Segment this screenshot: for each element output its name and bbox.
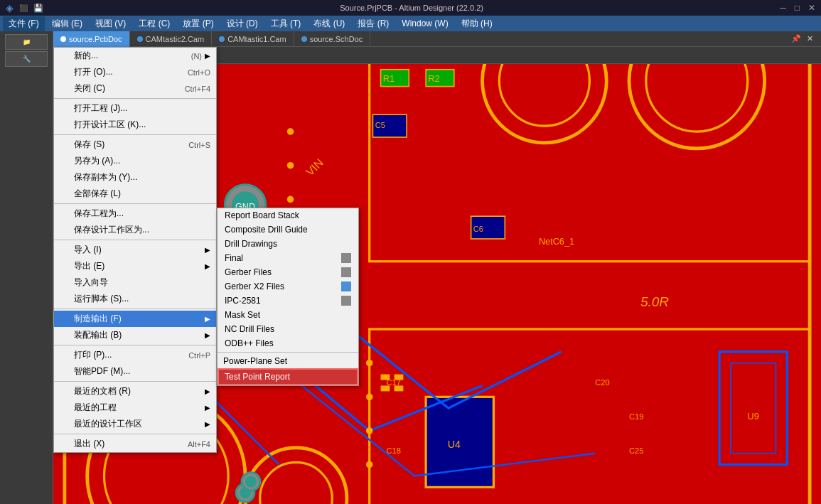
menu-item-edit[interactable]: 编辑 (E) — [46, 16, 88, 31]
sidebar-icon-1[interactable]: 📁 — [5, 34, 48, 50]
titlebar: ◈ ⬛ 💾 Source.PrjPCB - Altium Designer (2… — [0, 0, 821, 16]
arrow-import: ▶ — [205, 246, 210, 254]
tab-2[interactable]: CAMtastic1.Cam — [212, 31, 294, 47]
sidebar-icon-2[interactable]: 🔧 — [5, 51, 48, 67]
file-menu-item-print[interactable]: 打印 (P)...Ctrl+P — [54, 347, 216, 363]
mfg-item-mask-set[interactable]: Mask Set — [218, 308, 358, 322]
tab-pin[interactable]: 📌 — [789, 34, 803, 43]
file-menu-item-open-project[interactable]: 打开工程 (J)... — [54, 100, 216, 117]
svg-text:C6: C6 — [473, 225, 483, 233]
svg-point-65 — [366, 427, 373, 434]
svg-text:C19: C19 — [629, 412, 643, 421]
file-menu-item-close[interactable]: 关闭 (C)Ctrl+F4 — [54, 80, 216, 97]
mfg-item-odb-files[interactable]: ODB++ Files — [218, 336, 358, 350]
menu-separator — [54, 434, 216, 434]
menu-separator — [54, 381, 216, 382]
file-menu-dropdown[interactable]: 新的...(N)▶打开 (O)...Ctrl+O关闭 (C)Ctrl+F4打开工… — [53, 47, 217, 453]
window-title: Source.PrjPCB - Altium Designer (22.0.2) — [43, 4, 780, 12]
mfg-item-nc-drill[interactable]: NC Drill Files — [218, 322, 358, 336]
file-menu-item-save-copy[interactable]: 保存副本为 (Y)... — [54, 169, 216, 186]
mfg-item-report-board-stack[interactable]: Report Board Stack — [218, 208, 358, 222]
file-menu-item-save[interactable]: 保存 (S)Ctrl+S — [54, 136, 216, 153]
mfg-item-composite-drill[interactable]: Composite Drill Guide — [218, 222, 358, 237]
menu-item-design[interactable]: 设计 (D) — [221, 16, 264, 31]
file-menu-icon-recent-workspaces — [60, 419, 71, 430]
file-menu-item-import-wizard[interactable]: 导入向导 — [54, 274, 216, 291]
file-menu-item-smart-pdf[interactable]: 智能PDF (M)... — [54, 363, 216, 380]
mfg-item-final[interactable]: Final — [218, 251, 358, 265]
svg-point-61 — [287, 196, 294, 203]
file-menu-icon-smart-pdf — [60, 366, 71, 377]
mfg-icon-final — [341, 253, 351, 263]
arrow-recent-projects: ▶ — [205, 404, 210, 412]
file-menu-icon-close — [60, 83, 71, 95]
file-menu-icon-recent-projects — [60, 402, 71, 414]
menu-item-help[interactable]: 帮助 (H) — [456, 16, 498, 31]
tab-bar: source.PcbDocCAMtastic2.CamCAMtastic1.Ca… — [53, 31, 821, 47]
file-menu-item-save-project-as[interactable]: 保存工程为... — [54, 205, 216, 222]
file-menu-icon-recent-docs — [60, 386, 71, 397]
file-menu-icon-assembly — [60, 330, 71, 341]
svg-rect-67 — [381, 375, 390, 380]
menu-item-project[interactable]: 工程 (C) — [133, 16, 176, 31]
mfg-item-ipc-2581[interactable]: IPC-2581 — [218, 294, 358, 308]
svg-text:U9: U9 — [748, 412, 759, 422]
file-menu-item-save-all[interactable]: 全部保存 (L) — [54, 186, 216, 202]
svg-point-59 — [287, 128, 294, 135]
sm-separator — [218, 352, 358, 353]
file-menu-item-export[interactable]: 导出 (E)▶ — [54, 258, 216, 274]
tab-1[interactable]: CAMtastic2.Cam — [130, 31, 213, 47]
menu-item-tools[interactable]: 工具 (T) — [265, 16, 307, 31]
svg-rect-69 — [381, 385, 390, 391]
shortcut-exit: Alt+F4 — [188, 440, 210, 449]
file-menu-item-exit[interactable]: 退出 (X)Alt+F4 — [54, 436, 216, 452]
file-menu-icon-open-workspace — [60, 119, 71, 131]
file-menu-item-save-as[interactable]: 另存为 (A)... — [54, 153, 216, 169]
file-menu-item-open[interactable]: 打开 (O)...Ctrl+O — [54, 64, 216, 80]
menu-item-view[interactable]: 视图 (V) — [90, 16, 132, 31]
mfg-item-power-plane[interactable]: Power-Plane Set — [218, 354, 358, 368]
menu-item-file[interactable]: 文件 (F) — [3, 16, 45, 31]
mfg-item-gerber-x2[interactable]: Gerber X2 Files — [218, 279, 358, 294]
manufacture-submenu[interactable]: Report Board StackComposite Drill GuideD… — [217, 208, 359, 386]
close-button[interactable]: ✕ — [808, 3, 815, 13]
maximize-button[interactable]: □ — [795, 3, 800, 13]
mfg-item-drill-drawings[interactable]: Drill Drawings — [218, 237, 358, 251]
menu-item-route[interactable]: 布线 (U) — [308, 16, 350, 31]
menu-separator — [54, 203, 216, 204]
mfg-item-test-point[interactable]: Test Point Report — [218, 368, 358, 385]
menu-item-report[interactable]: 报告 (R) — [352, 16, 395, 31]
main-area: 📁 🔧 source.PcbDocCAMtastic2.CamCAMtastic… — [0, 31, 821, 504]
mfg-icon-ipc-2581 — [341, 296, 351, 306]
file-menu-item-recent-docs[interactable]: 最近的文档 (R)▶ — [54, 383, 216, 400]
file-menu-item-recent-workspaces[interactable]: 最近的设计工作区▶ — [54, 416, 216, 432]
svg-text:R1: R1 — [383, 74, 395, 84]
tab-3[interactable]: source.SchDoc — [294, 31, 371, 47]
menu-separator — [54, 309, 216, 309]
file-menu-icon-open-project — [60, 103, 71, 114]
svg-point-63 — [366, 360, 373, 367]
file-menu-item-open-workspace[interactable]: 打开设计工区 (K)... — [54, 117, 216, 133]
file-menu-item-import[interactable]: 导入 (I)▶ — [54, 242, 216, 258]
file-menu-item-manufacture[interactable]: 制造输出 (F)▶ — [54, 311, 216, 327]
file-menu-icon-save-all — [60, 188, 71, 200]
file-menu-item-save-workspace-as[interactable]: 保存设计工作区为... — [54, 222, 216, 238]
file-menu-item-assembly[interactable]: 装配输出 (B)▶ — [54, 327, 216, 343]
minimize-button[interactable]: ─ — [780, 3, 786, 13]
menu-item-place[interactable]: 放置 (P) — [177, 16, 219, 31]
file-menu-icon-save-project-as — [60, 208, 71, 220]
file-menu-icon-save-as — [60, 156, 71, 167]
arrow-recent-docs: ▶ — [205, 387, 210, 395]
file-menu-item-run-script[interactable]: 运行脚本 (S)... — [54, 291, 216, 307]
tab-0[interactable]: source.PcbDoc — [53, 31, 130, 47]
file-menu-item-recent-projects[interactable]: 最近的工程▶ — [54, 400, 216, 416]
file-menu-item-new[interactable]: 新的...(N)▶ — [54, 48, 216, 64]
menu-separator — [54, 240, 216, 240]
mfg-icon-gerber-files — [341, 267, 351, 277]
svg-text:R2: R2 — [428, 74, 439, 84]
app-icon: ◈ — [6, 2, 14, 14]
svg-point-60 — [287, 162, 294, 169]
menu-item-window[interactable]: Window (W) — [396, 17, 454, 30]
tab-close-all[interactable]: ✕ — [805, 34, 815, 43]
mfg-item-gerber-files[interactable]: Gerber Files — [218, 265, 358, 279]
